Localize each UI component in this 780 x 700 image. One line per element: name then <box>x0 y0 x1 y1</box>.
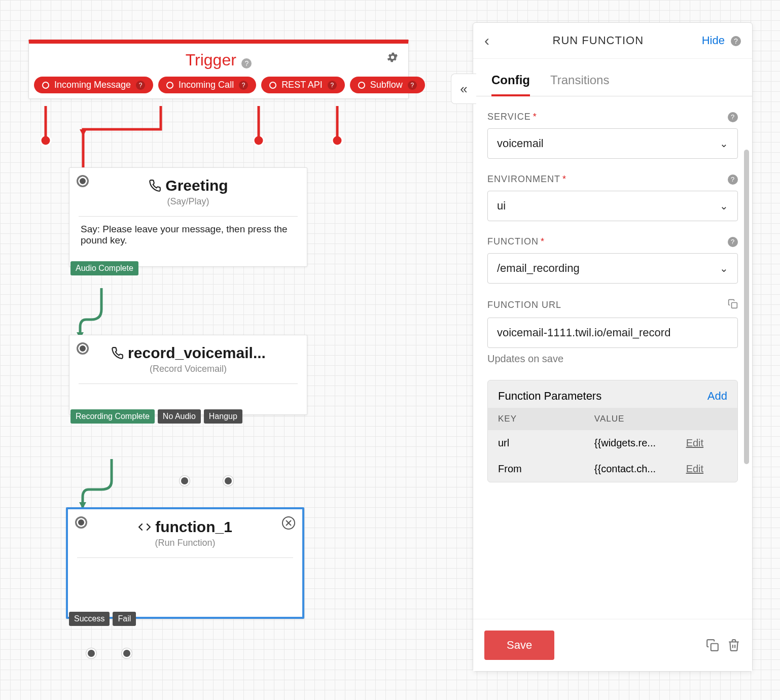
out-port[interactable] <box>86 648 96 658</box>
function1-title: function_1 <box>138 518 232 536</box>
node-port[interactable] <box>77 342 89 355</box>
trigger-pill-row: Incoming Message? Incoming Call? REST AP… <box>29 77 408 98</box>
trash-icon[interactable] <box>727 638 741 652</box>
help-icon[interactable]: ? <box>728 174 738 185</box>
greeting-body: Say: Please leave your message, then pre… <box>69 217 307 266</box>
help-icon[interactable]: ? <box>241 58 252 68</box>
panel-title: RUN FUNCTION <box>494 34 702 47</box>
svg-rect-10 <box>711 644 718 651</box>
save-button[interactable]: Save <box>484 631 554 660</box>
phone-icon <box>148 179 161 192</box>
badge-hangup[interactable]: Hangup <box>204 409 242 424</box>
svg-point-1 <box>41 135 51 146</box>
node-port[interactable] <box>77 175 89 187</box>
greeting-title: Greeting <box>148 177 228 194</box>
tab-transitions[interactable]: Transitions <box>550 73 609 96</box>
pill-incoming-call[interactable]: Incoming Call? <box>158 77 256 93</box>
function1-node[interactable]: function_1 (Run Function) Success Fail <box>66 507 304 619</box>
params-title: Function Parameters <box>498 390 601 403</box>
param-edit-link[interactable]: Edit <box>686 463 703 475</box>
badge-no-audio[interactable]: No Audio <box>158 409 201 424</box>
service-label: SERVICE* ? <box>487 112 738 122</box>
badge-fail[interactable]: Fail <box>113 612 136 626</box>
out-port[interactable] <box>180 476 190 486</box>
environment-label: ENVIRONMENT* ? <box>487 174 738 185</box>
chevron-down-icon: ⌄ <box>720 200 728 212</box>
close-icon[interactable] <box>282 516 295 530</box>
panel-scrollbar[interactable] <box>744 150 749 464</box>
svg-point-3 <box>332 135 342 146</box>
function-url-hint: Updates on save <box>487 353 738 365</box>
node-port[interactable] <box>75 516 87 529</box>
chevron-down-icon: ⌄ <box>720 137 728 150</box>
params-col-key: KEY <box>498 414 594 424</box>
badge-success[interactable]: Success <box>69 612 110 626</box>
pill-rest-api[interactable]: REST API? <box>261 77 345 93</box>
chevron-down-icon: ⌄ <box>720 262 728 274</box>
pill-subflow[interactable]: Subflow? <box>350 77 425 93</box>
params-col-value: VALUE <box>594 414 686 424</box>
back-button[interactable]: ‹ <box>484 32 494 49</box>
function-url-label: FUNCTION URL <box>487 299 738 311</box>
function-label: FUNCTION* ? <box>487 236 738 247</box>
param-row: From {{contact.ch... Edit <box>488 456 737 482</box>
svg-point-2 <box>254 135 264 146</box>
badge-audio-complete[interactable]: Audio Complete <box>70 261 138 275</box>
function1-subtitle: (Run Function) <box>79 538 291 548</box>
environment-select[interactable]: ui ⌄ <box>487 191 738 221</box>
code-icon <box>138 520 151 534</box>
function-url-input[interactable]: voicemail-1111.twil.io/email_record <box>487 318 738 348</box>
param-edit-link[interactable]: Edit <box>686 437 703 449</box>
out-port[interactable] <box>122 648 132 658</box>
trigger-title: Trigger <box>186 51 236 69</box>
function-select[interactable]: /email_recording ⌄ <box>487 253 738 284</box>
gear-icon[interactable] <box>386 51 399 66</box>
service-select[interactable]: voicemail ⌄ <box>487 128 738 159</box>
panel-tabs: Config Transitions <box>473 59 752 96</box>
help-icon[interactable]: ? <box>728 112 738 122</box>
duplicate-icon[interactable] <box>705 638 720 652</box>
params-add-link[interactable]: Add <box>707 390 727 403</box>
hide-link[interactable]: Hide ? <box>702 34 741 47</box>
copy-icon[interactable] <box>728 299 738 311</box>
record-title: record_voicemail... <box>111 344 266 362</box>
function-parameters: Function Parameters Add KEY VALUE url {{… <box>487 380 738 482</box>
record-node[interactable]: record_voicemail... (Record Voicemail) R… <box>69 335 307 415</box>
trigger-node[interactable]: Trigger ? Incoming Message? Incoming Cal… <box>28 40 409 99</box>
badge-recording-complete[interactable]: Recording Complete <box>70 409 155 424</box>
panel-collapse-button[interactable]: « <box>451 74 476 104</box>
greeting-subtitle: (Say/Play) <box>81 196 296 207</box>
record-subtitle: (Record Voicemail) <box>81 364 296 374</box>
param-row: url {{widgets.re... Edit <box>488 430 737 456</box>
config-panel: « ‹ RUN FUNCTION Hide ? Config Transitio… <box>473 22 753 672</box>
help-icon[interactable]: ? <box>728 237 738 247</box>
out-port[interactable] <box>223 476 233 486</box>
tab-config[interactable]: Config <box>491 73 530 96</box>
greeting-node[interactable]: Greeting (Say/Play) Say: Please leave yo… <box>69 167 307 267</box>
phone-icon <box>111 346 124 360</box>
pill-incoming-message[interactable]: Incoming Message? <box>34 77 153 93</box>
svg-marker-0 <box>80 129 87 136</box>
svg-rect-9 <box>732 303 737 308</box>
